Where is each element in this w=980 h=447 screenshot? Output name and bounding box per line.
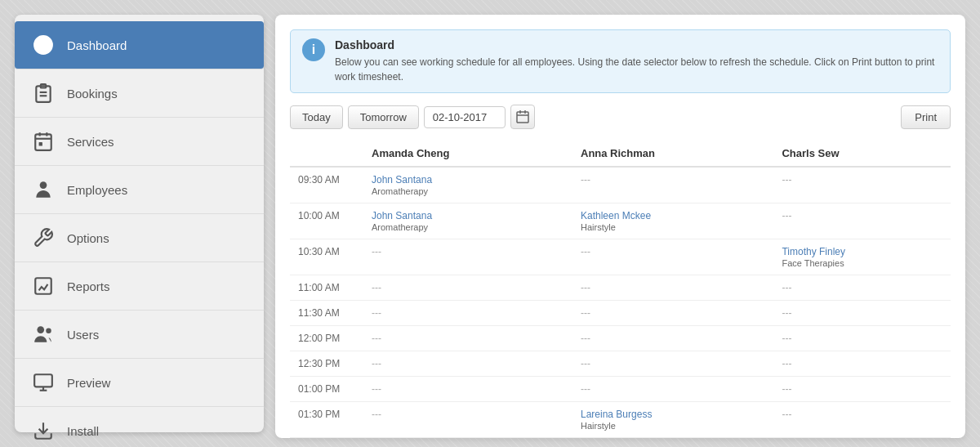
empty-slot: --- [782, 333, 791, 344]
table-row: 09:30 AMJohn SantanaAromatherapy------ [290, 167, 951, 203]
sidebar-label-preview: Preview [67, 376, 110, 390]
empty-slot: --- [581, 358, 590, 369]
schedule-cell-6-1: --- [572, 351, 773, 377]
download-icon [29, 417, 57, 445]
table-row: 12:00 PM--------- [290, 326, 951, 351]
booking-service-0-0: Aromatherapy [372, 186, 564, 196]
calendar-icon[interactable] [510, 105, 535, 129]
schedule-cell-0-2: --- [773, 167, 951, 203]
time-cell-1: 10:00 AM [290, 203, 363, 239]
main-card: i Dashboard Below you can see working sc… [275, 15, 965, 438]
schedule-cell-4-2: --- [773, 301, 951, 326]
table-row: 11:00 AM--------- [290, 275, 951, 301]
main-content: i Dashboard Below you can see working sc… [264, 0, 980, 447]
schedule-cell-8-2: --- [773, 402, 951, 438]
time-cell-0: 09:30 AM [290, 167, 363, 203]
booking-link-0-0[interactable]: John Santana [372, 174, 564, 186]
schedule-cell-7-0: --- [363, 377, 572, 402]
employee-header-2: Anna Richman [572, 141, 773, 167]
schedule-cell-8-0: --- [363, 402, 572, 438]
empty-slot: --- [372, 409, 381, 420]
schedule-cell-5-2: --- [773, 326, 951, 351]
empty-slot: --- [782, 282, 791, 293]
empty-slot: --- [372, 333, 381, 344]
table-row: 10:00 AMJohn SantanaAromatherapyKathleen… [290, 203, 951, 239]
schedule-cell-5-1: --- [572, 326, 773, 351]
users-icon [29, 320, 57, 348]
empty-slot: --- [581, 282, 590, 293]
date-input[interactable] [424, 106, 506, 128]
sidebar-item-options[interactable]: Options [15, 214, 264, 262]
schedule-cell-2-0: --- [363, 239, 572, 275]
schedule-cell-3-2: --- [773, 275, 951, 301]
schedule-cell-5-0: --- [363, 326, 572, 351]
schedule-cell-6-2: --- [773, 351, 951, 377]
table-row: 12:30 PM--------- [290, 351, 951, 377]
sidebar-item-preview[interactable]: Preview [15, 359, 264, 407]
banner-title: Dashboard [335, 38, 938, 51]
booking-link-1-0[interactable]: John Santana [372, 210, 564, 221]
sidebar-item-services[interactable]: Services [15, 118, 264, 166]
booking-service-8-1: Hairstyle [581, 421, 765, 431]
wrench-icon [29, 224, 57, 252]
sidebar-item-users[interactable]: Users [15, 311, 264, 359]
svg-rect-5 [35, 134, 51, 150]
print-button[interactable]: Print [901, 105, 951, 129]
sidebar-label-install: Install [67, 424, 99, 438]
time-cell-6: 12:30 PM [290, 351, 363, 377]
sidebar-item-reports[interactable]: Reports [15, 262, 264, 311]
booking-service-1-0: Aromatherapy [372, 222, 564, 232]
time-cell-2: 10:30 AM [290, 239, 363, 275]
schedule-cell-3-1: --- [572, 275, 773, 301]
empty-slot: --- [581, 307, 590, 319]
svg-rect-19 [517, 112, 528, 123]
table-row: 01:30 PM---Lareina BurgessHairstyle--- [290, 402, 951, 438]
schedule-cell-4-1: --- [572, 301, 773, 326]
svg-point-10 [40, 181, 47, 189]
svg-rect-14 [34, 374, 52, 387]
person-icon [29, 176, 57, 203]
empty-slot: --- [782, 383, 791, 395]
table-row: 01:00 PM--------- [290, 377, 951, 402]
empty-slot: --- [581, 383, 590, 395]
schedule-cell-2-1: --- [572, 239, 773, 275]
empty-slot: --- [372, 246, 381, 257]
svg-rect-9 [39, 142, 42, 145]
schedule-cell-6-0: --- [363, 351, 572, 377]
tomorrow-button[interactable]: Tomorrow [348, 105, 419, 129]
booking-link-8-1[interactable]: Lareina Burgess [581, 409, 765, 420]
employee-header-1: Amanda Cheng [363, 141, 572, 167]
empty-slot: --- [372, 383, 381, 395]
schedule-table: Amanda ChengAnna RichmanCharls Sew 09:30… [290, 141, 951, 438]
clipboard-icon [29, 79, 57, 107]
empty-slot: --- [782, 210, 791, 221]
empty-slot: --- [372, 282, 381, 293]
table-header-row: Amanda ChengAnna RichmanCharls Sew [290, 141, 951, 167]
empty-slot: --- [372, 307, 381, 319]
sidebar-label-bookings: Bookings [67, 87, 118, 101]
time-cell-5: 12:00 PM [290, 326, 363, 351]
calendar-icon [29, 127, 57, 155]
schedule-cell-7-2: --- [773, 377, 951, 402]
booking-link-1-1[interactable]: Kathleen Mckee [581, 210, 765, 221]
info-content: Dashboard Below you can see working sche… [335, 38, 938, 84]
sidebar-item-employees[interactable]: Employees [15, 166, 264, 214]
table-row: 11:30 AM--------- [290, 301, 951, 326]
sidebar-label-employees: Employees [67, 183, 127, 197]
schedule-cell-1-0: John SantanaAromatherapy [363, 203, 572, 239]
time-column-header [290, 141, 363, 167]
table-row: 10:30 AM------Timothy FinleyFace Therapi… [290, 239, 951, 275]
today-button[interactable]: Today [290, 105, 343, 129]
sidebar-item-install[interactable]: Install [15, 407, 264, 447]
monitor-icon [29, 369, 57, 396]
time-cell-3: 11:00 AM [290, 275, 363, 301]
empty-slot: --- [581, 174, 590, 186]
toolbar: Today Tomorrow Print [290, 105, 951, 129]
sidebar-item-dashboard[interactable]: Dashboard [15, 21, 264, 69]
booking-link-2-2[interactable]: Timothy Finley [782, 246, 942, 257]
sidebar-item-bookings[interactable]: Bookings [15, 69, 264, 118]
svg-rect-11 [35, 278, 51, 294]
clock-icon [29, 31, 57, 59]
schedule-cell-1-2: --- [773, 203, 951, 239]
empty-slot: --- [372, 358, 381, 369]
